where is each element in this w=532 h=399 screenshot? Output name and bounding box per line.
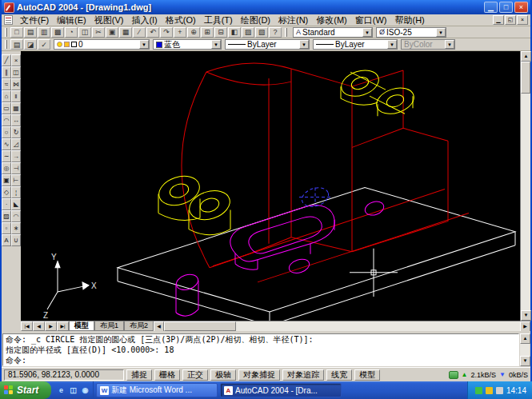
layer-properties-button[interactable]: ▤ xyxy=(10,39,23,50)
new-file-button[interactable]: □ xyxy=(10,27,23,38)
show-desktop-icon[interactable]: ◫ xyxy=(68,385,78,396)
chevron-down-icon[interactable]: ▼ xyxy=(436,28,446,37)
tray-update-icon[interactable] xyxy=(486,387,493,394)
copy-object-button[interactable]: ◫ xyxy=(11,66,21,78)
linetype-combo[interactable]: ByLayer ▼ xyxy=(225,39,310,50)
zoom-realtime-button[interactable]: ⊕ xyxy=(187,27,200,38)
menu-item[interactable]: 文件(F) xyxy=(16,14,53,26)
vertical-scroll-thumb[interactable] xyxy=(521,62,530,94)
otrack-toggle[interactable]: 对象追踪 xyxy=(282,369,324,381)
arc-button[interactable]: ◠ xyxy=(2,114,11,126)
grid-toggle[interactable]: 栅格 xyxy=(154,369,180,381)
publish-button[interactable]: ◫ xyxy=(78,27,91,38)
chevron-down-icon[interactable]: ▼ xyxy=(362,28,372,37)
lineweight-combo[interactable]: ByLayer ▼ xyxy=(313,39,398,50)
chevron-down-icon[interactable]: ▼ xyxy=(299,40,309,49)
command-scrollbar[interactable]: ▲ ▼ xyxy=(520,333,530,366)
horizontal-scroll-thumb[interactable] xyxy=(164,321,236,331)
tray-antivirus-icon[interactable] xyxy=(475,387,482,394)
layout1-tab[interactable]: 布局1 xyxy=(94,321,124,331)
menu-item[interactable]: 编辑(E) xyxy=(53,14,90,26)
ellipse-button[interactable]: ◎ xyxy=(2,162,11,174)
match-properties-button[interactable]: ∕ xyxy=(133,27,146,38)
toolbar-grip[interactable] xyxy=(5,40,7,49)
array-button[interactable]: ▦ xyxy=(11,102,21,114)
chevron-down-icon[interactable]: ▼ xyxy=(211,40,221,49)
point-button[interactable]: · xyxy=(2,198,11,210)
circle-button[interactable]: ○ xyxy=(2,126,11,138)
erase-button[interactable]: × xyxy=(11,54,21,66)
scale-button[interactable]: ◿ xyxy=(11,138,21,150)
tab-nav-button[interactable]: ▶ xyxy=(45,321,57,331)
model-space-toggle[interactable]: 模型 xyxy=(354,369,380,381)
dim-style-combo[interactable]: Ø ISO-25 ▼ xyxy=(376,27,446,38)
horizontal-scrollbar[interactable]: ◀ ▶ xyxy=(154,321,530,331)
tab-nav-button[interactable]: |◀ xyxy=(21,321,33,331)
horizontal-scroll-track[interactable] xyxy=(236,321,520,331)
tray-volume-icon[interactable] xyxy=(496,387,503,394)
help-button[interactable]: ? xyxy=(269,27,282,38)
mirror-button[interactable]: ⋈ xyxy=(11,78,21,90)
break-button[interactable]: ¦ xyxy=(11,186,21,198)
line-button[interactable]: ╱ xyxy=(2,54,11,66)
layer-states-button[interactable]: ◪ xyxy=(24,39,37,50)
mdi-minimize-button[interactable]: ▁ xyxy=(493,15,504,25)
menu-item[interactable]: 帮助(H) xyxy=(391,14,429,26)
text-style-combo[interactable]: A Standard ▼ xyxy=(293,27,373,38)
plot-preview-button[interactable]: ◔ xyxy=(65,27,78,38)
taskbar-item-autocad[interactable]: A AutoCAD 2004 - [Dra... xyxy=(220,383,342,397)
minimize-button[interactable]: ▁ xyxy=(484,2,498,13)
trim-button[interactable]: ⊣ xyxy=(11,162,21,174)
menu-item[interactable]: 修改(M) xyxy=(312,14,351,26)
mdi-close-button[interactable]: × xyxy=(517,15,528,25)
media-player-icon[interactable]: ◉ xyxy=(80,385,90,396)
menu-item[interactable]: 工具(T) xyxy=(200,14,237,26)
command-scroll-track[interactable] xyxy=(520,344,530,356)
scroll-down-icon[interactable]: ▼ xyxy=(521,310,531,321)
offset-button[interactable]: ‖ xyxy=(11,90,21,102)
polyline-button[interactable]: ≈ xyxy=(2,78,11,90)
paste-button[interactable]: ▦ xyxy=(119,27,132,38)
revision-cloud-button[interactable]: ∿ xyxy=(2,138,11,150)
polygon-button[interactable]: ⌂ xyxy=(2,90,11,102)
make-layer-current-button[interactable]: ✓ xyxy=(38,39,50,50)
pan-button[interactable]: + xyxy=(174,27,186,38)
extend-button[interactable]: ⊢ xyxy=(11,174,21,186)
explode-button[interactable]: ∗ xyxy=(11,222,21,234)
tab-nav-button[interactable]: ◀ xyxy=(33,321,45,331)
chevron-down-icon[interactable]: ▼ xyxy=(387,40,397,49)
tool-palettes-button[interactable]: ▧ xyxy=(255,27,268,38)
region-button[interactable]: ▫ xyxy=(2,222,11,234)
move-button[interactable]: ↔ xyxy=(11,114,21,126)
zoom-previous-button[interactable]: ⊟ xyxy=(214,27,227,38)
chamfer-button[interactable]: ◣ xyxy=(11,198,21,210)
coordinate-readout[interactable]: 81.5906, 98.2123, 0.0000 xyxy=(4,369,124,381)
vertical-scroll-track[interactable] xyxy=(521,94,530,310)
tab-nav-button[interactable]: ▶| xyxy=(57,321,69,331)
rectangle-button[interactable]: ▭ xyxy=(2,102,11,114)
join-button[interactable]: ∪ xyxy=(11,234,21,246)
rotate-button[interactable]: ↻ xyxy=(11,126,21,138)
color-combo[interactable]: 蓝色 ▼ xyxy=(153,39,222,50)
properties-button[interactable]: ◧ xyxy=(228,27,241,38)
drawing-canvas[interactable]: Y X Z xyxy=(21,51,520,321)
snap-toggle[interactable]: 捕捉 xyxy=(126,369,152,381)
plot-button[interactable]: ▩ xyxy=(51,27,64,38)
hatch-button[interactable]: ▨ xyxy=(2,210,11,222)
lineweight-toggle[interactable]: 线宽 xyxy=(326,369,352,381)
scroll-up-icon[interactable]: ▲ xyxy=(521,51,531,62)
scroll-up-icon[interactable]: ▲ xyxy=(520,333,530,344)
designcenter-button[interactable]: ▨ xyxy=(242,27,254,38)
toolbar-grip[interactable] xyxy=(285,28,287,37)
spline-button[interactable]: ∼ xyxy=(2,150,11,162)
mdi-restore-button[interactable]: ◱ xyxy=(505,15,516,25)
stretch-button[interactable]: → xyxy=(11,150,21,162)
zoom-window-button[interactable]: ⊞ xyxy=(201,27,214,38)
undo-button[interactable]: ↶ xyxy=(146,27,159,38)
menu-item[interactable]: 窗口(W) xyxy=(351,14,391,26)
insert-block-button[interactable]: ▣ xyxy=(2,174,11,186)
start-button[interactable]: Start xyxy=(0,381,51,399)
menu-item[interactable]: 绘图(D) xyxy=(237,14,274,26)
polar-toggle[interactable]: 极轴 xyxy=(210,369,236,381)
taskbar-item-word[interactable]: W 新建 Microsoft Word ... xyxy=(96,383,218,397)
